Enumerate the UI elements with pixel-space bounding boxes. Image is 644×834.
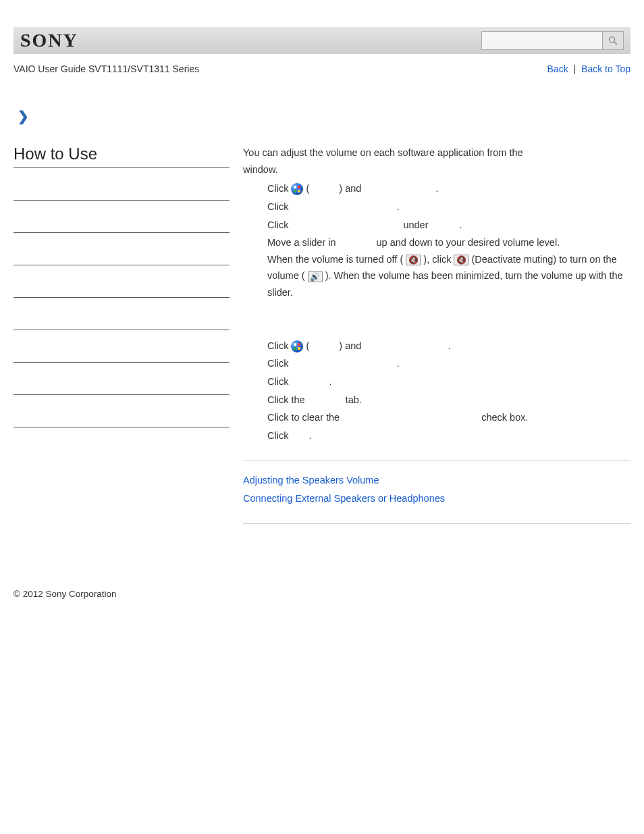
step-item: Click.	[267, 373, 630, 390]
sidebar-item[interactable]	[14, 201, 230, 233]
sidebar-item[interactable]	[14, 395, 230, 427]
step-item: Clickunder.	[267, 217, 630, 234]
nav-separator: |	[574, 63, 576, 74]
search-wrap	[481, 31, 624, 50]
guide-title: VAIO User Guide SVT1111/SVT1311 Series	[14, 63, 199, 74]
sidebar-title: How to Use	[14, 145, 230, 163]
sidebar-item[interactable]	[14, 298, 230, 330]
related-links: Adjusting the Speakers Volume Connecting…	[243, 472, 630, 507]
content-divider	[243, 523, 630, 524]
sidebar: How to Use	[14, 145, 230, 535]
sidebar-item[interactable]	[14, 233, 230, 265]
sidebar-item[interactable]	[14, 265, 230, 298]
related-link[interactable]: Connecting External Speakers or Headphon…	[243, 490, 630, 507]
windows-start-icon	[291, 340, 303, 353]
related-link[interactable]: Adjusting the Speakers Volume	[243, 472, 630, 489]
copyright: © 2012 Sony Corporation	[14, 589, 630, 599]
content-divider	[243, 461, 630, 461]
search-input[interactable]	[481, 31, 603, 50]
brand-logo: SONY	[20, 30, 78, 51]
step-item: Click to clear thecheck box.	[267, 409, 630, 426]
back-link[interactable]: Back	[547, 63, 568, 74]
step-item: Click () and.	[267, 180, 630, 197]
step-item: Click thetab.	[267, 392, 630, 409]
chevron-right-icon: ❯	[18, 108, 630, 124]
step-item: Click () and.	[267, 338, 630, 355]
sidebar-item[interactable]	[14, 168, 230, 201]
intro-text: You can adjust the volume on each softwa…	[243, 145, 630, 178]
step-item: Click.	[267, 355, 630, 372]
step-item: Click.	[267, 199, 630, 215]
search-button[interactable]	[602, 31, 624, 50]
main-content: You can adjust the volume on each softwa…	[230, 145, 630, 535]
header-bar: SONY	[14, 27, 630, 54]
search-icon	[608, 35, 618, 46]
back-to-top-link[interactable]: Back to Top	[581, 63, 630, 74]
svg-point-0	[610, 37, 615, 43]
svg-line-1	[614, 42, 617, 45]
step-item: Click.	[267, 427, 630, 444]
nav-links: Back | Back to Top	[547, 63, 630, 74]
step-list-2: Click () and. Click. Click. Click thetab…	[243, 338, 630, 444]
step-list-1: Click () and. Click. Clickunder. Move a …	[243, 180, 630, 301]
speaker-muted-icon: 🔇	[454, 255, 468, 265]
sidebar-item[interactable]	[14, 363, 230, 395]
speaker-muted-icon: 🔇	[406, 255, 421, 265]
step-item: Move a slider inup and down to your desi…	[267, 234, 630, 301]
windows-start-icon	[291, 183, 303, 195]
sidebar-item[interactable]	[14, 330, 230, 363]
subheader: VAIO User Guide SVT1111/SVT1311 Series B…	[14, 63, 630, 74]
speaker-on-icon: 🔊	[308, 271, 323, 282]
